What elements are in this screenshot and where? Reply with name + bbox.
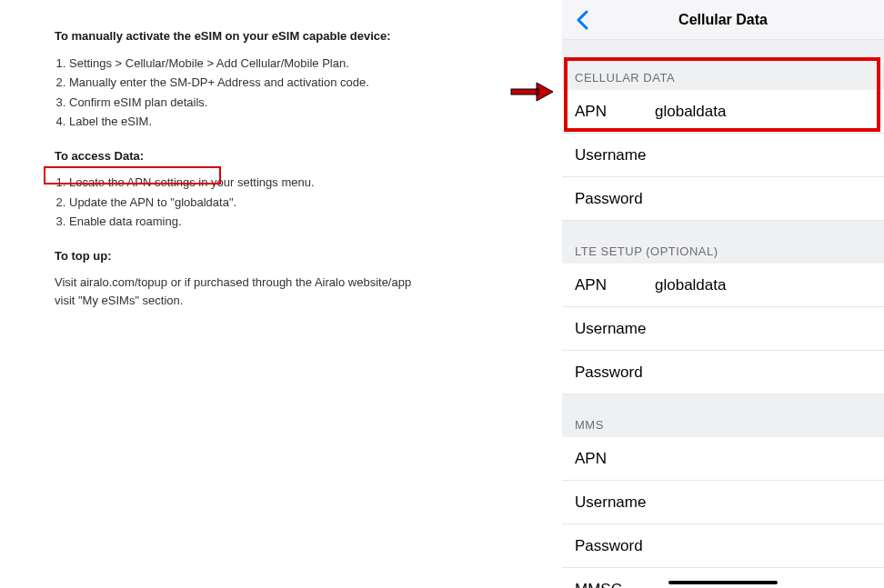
field-value: globaldata xyxy=(655,103,726,121)
list-item: Locate the APN settings in your settings… xyxy=(69,174,417,192)
row-mms-mmsc[interactable]: MMSC xyxy=(562,568,884,588)
chevron-left-icon xyxy=(576,10,588,30)
row-cellular-password[interactable]: Password xyxy=(562,177,884,221)
row-mms-apn[interactable]: APN xyxy=(562,437,884,481)
field-label: Password xyxy=(575,537,655,555)
list-item: Settings > Cellular/Mobile > Add Cellula… xyxy=(69,55,417,73)
field-label: Password xyxy=(575,364,655,382)
svg-marker-1 xyxy=(537,83,553,101)
access-steps: Locate the APN settings in your settings… xyxy=(55,174,417,231)
field-value: globaldata xyxy=(655,276,726,294)
section-header-cellular: CELLULAR DATA xyxy=(562,58,884,90)
home-indicator xyxy=(668,581,778,584)
nav-bar: Cellular Data xyxy=(562,0,884,40)
svg-rect-0 xyxy=(511,89,538,95)
field-label: Password xyxy=(575,190,655,208)
topup-text: Visit airalo.com/topup or if purchased t… xyxy=(55,274,417,309)
field-label: APN xyxy=(575,276,655,294)
list-item: Label the eSIM. xyxy=(69,113,417,131)
heading-activate: To manually activate the eSIM on your eS… xyxy=(55,27,417,45)
field-label: MMSC xyxy=(575,581,655,589)
row-lte-username[interactable]: Username xyxy=(562,307,884,351)
list-item: Update the APN to "globaldata". xyxy=(69,194,417,212)
list-item: Confirm eSIM plan details. xyxy=(69,94,417,112)
field-label: APN xyxy=(575,450,655,468)
heading-access: To access Data: xyxy=(55,147,417,165)
field-label: Username xyxy=(575,146,655,164)
back-button[interactable] xyxy=(569,7,595,33)
row-lte-password[interactable]: Password xyxy=(562,351,884,394)
list-item: Manually enter the SM-DP+ Address and ac… xyxy=(69,74,417,92)
field-label: Username xyxy=(575,320,655,338)
spacer xyxy=(562,40,884,58)
nav-title: Cellular Data xyxy=(678,12,768,28)
section-header-mms: MMS xyxy=(562,394,884,437)
field-label: Username xyxy=(575,493,655,512)
instructions-panel: To manually activate the eSIM on your eS… xyxy=(44,27,417,325)
row-cellular-username[interactable]: Username xyxy=(562,134,884,177)
field-label: APN xyxy=(575,103,655,121)
row-mms-username[interactable]: Username xyxy=(562,481,884,524)
list-item: Enable data roaming. xyxy=(69,213,417,231)
activate-steps: Settings > Cellular/Mobile > Add Cellula… xyxy=(55,55,417,131)
heading-topup: To top up: xyxy=(55,247,417,265)
section-header-lte: LTE SETUP (OPTIONAL) xyxy=(562,221,884,264)
row-cellular-apn[interactable]: APN globaldata xyxy=(562,90,884,134)
row-lte-apn[interactable]: APN globaldata xyxy=(562,264,884,307)
phone-screenshot: Cellular Data CELLULAR DATA APN globalda… xyxy=(562,0,884,588)
row-mms-password[interactable]: Password xyxy=(562,524,884,568)
arrow-icon xyxy=(509,82,553,102)
